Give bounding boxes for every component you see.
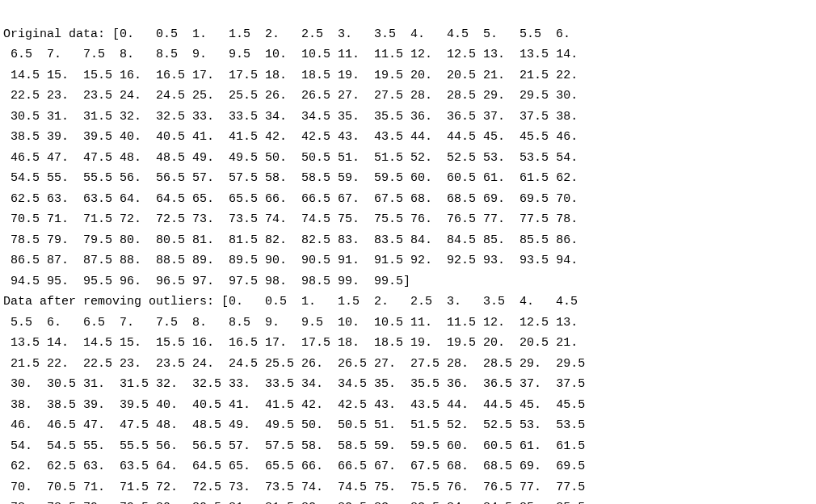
output-block: Original data: [0. 0.5 1. 1.5 2. 2.5 3. … xyxy=(3,24,816,505)
